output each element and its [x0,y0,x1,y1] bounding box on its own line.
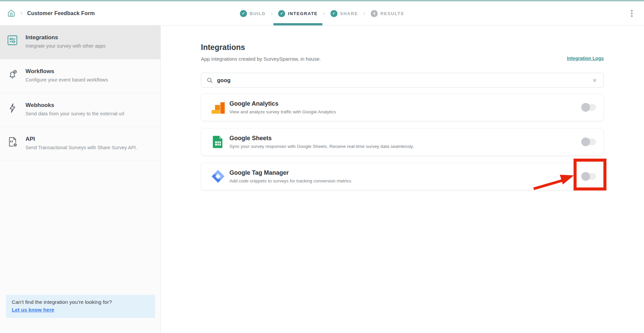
lightning-icon [7,102,19,115]
kebab-menu-icon[interactable] [630,8,634,18]
home-icon[interactable] [7,9,16,18]
sidebar-item-workflows[interactable]: Workflows Configure your event based wor… [0,59,160,93]
page-subtitle: App integrations created by SurveySparro… [201,56,321,62]
bell-check-icon [7,68,19,81]
sidebar-item-title: Webhooks [25,102,124,109]
google-analytics-toggle[interactable] [581,103,596,112]
survey-stepper: ✓ BUILD › ✓ INTEGRATE › ✓ SHARE › 4 RESU… [240,1,404,25]
promo-question: Can't find the integration you’re lookin… [12,299,149,305]
survey-title: Customer Feedback Form [27,10,95,16]
check-circle-icon: ✓ [330,10,337,17]
let-us-know-link[interactable]: Let us know here [12,307,54,313]
integration-card-google-analytics: Google Analytics View and analyze survey… [201,94,604,121]
integration-list: Google Analytics View and analyze survey… [201,94,604,190]
search-icon [207,77,213,84]
integration-description: View and analyze survey traffic with Goo… [229,109,336,114]
sidebar-item-title: Integrations [25,34,106,41]
integration-card-google-sheets: Google Sheets Sync your survey responses… [201,128,604,156]
sidebar-item-description: Integrate your survey with other apps [25,43,106,49]
google-analytics-logo [211,101,225,114]
breadcrumb-chevron-icon: › [20,9,22,16]
tab-integrate[interactable]: ✓ INTEGRATE [278,1,318,25]
google-tag-manager-logo [211,170,225,183]
integration-name: Google Sheets [229,135,414,142]
tab-build[interactable]: ✓ BUILD [240,1,266,25]
google-sheets-logo [211,135,225,149]
close-icon[interactable]: ✕ [591,76,598,84]
google-sheets-toggle[interactable] [581,137,596,146]
check-circle-icon: ✓ [278,10,285,17]
integration-description: Add code snippets to surveys for trackin… [229,178,351,183]
integration-logs-link[interactable]: Integration Logs [567,56,604,61]
step-number-icon: 4 [371,10,378,17]
sliders-icon [7,35,19,47]
sidebar-item-description: Send data from your survey to the extern… [25,111,124,116]
integration-description: Sync your survey responses with Google S… [229,144,414,149]
integration-request-banner: Can't find the integration you’re lookin… [6,295,155,318]
sidebar: Integrations Integrate your survey with … [0,25,161,333]
integration-name: Google Analytics [229,100,336,107]
chevron-right-icon: › [271,10,273,17]
sidebar-item-title: API [25,136,137,143]
search-input[interactable] [217,77,591,84]
sidebar-item-description: Send Transactional Surveys with Share Su… [25,145,137,150]
code-doc-gear-icon [7,136,19,149]
search-bar: ✕ [201,73,604,88]
tab-share-label: SHARE [340,11,358,16]
check-circle-icon: ✓ [240,10,247,17]
chevron-right-icon: › [323,10,325,17]
page-title: Integrations [201,43,321,52]
tab-build-label: BUILD [250,11,266,16]
sidebar-item-api[interactable]: API Send Transactional Surveys with Shar… [0,127,160,161]
top-bar: › Customer Feedback Form ✓ BUILD › ✓ INT… [0,1,644,25]
main-content: Integrations App integrations created by… [161,25,644,333]
tab-results-label: RESULTS [380,11,404,16]
sidebar-item-integrations[interactable]: Integrations Integrate your survey with … [0,25,160,59]
sidebar-item-title: Workflows [25,68,108,75]
google-tag-manager-toggle[interactable] [581,172,596,181]
tab-results[interactable]: 4 RESULTS [371,1,404,25]
integration-card-google-tag-manager: Google Tag Manager Add code snippets to … [201,163,604,190]
sidebar-item-description: Configure your event based workflows [25,77,108,82]
tab-integrate-label: INTEGRATE [288,11,318,16]
sidebar-item-webhooks[interactable]: Webhooks Send data from your survey to t… [0,93,160,127]
chevron-right-icon: › [363,10,365,17]
breadcrumb: › Customer Feedback Form [0,9,95,18]
tab-share[interactable]: ✓ SHARE [330,1,358,25]
integration-name: Google Tag Manager [229,169,351,176]
